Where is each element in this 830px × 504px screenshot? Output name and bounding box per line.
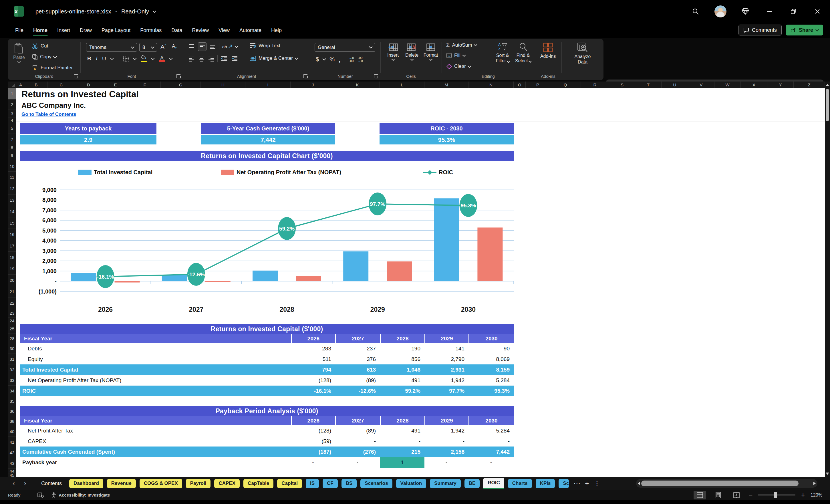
roic-table-header-2027[interactable]: 2027 [335, 334, 380, 343]
roic-table-cell-2030[interactable]: 8,069 [469, 354, 514, 365]
zoom-slider[interactable] [758, 495, 795, 496]
roic-table-cell-2026[interactable]: 283 [291, 343, 335, 354]
row-header-4[interactable]: 4 [8, 118, 16, 123]
status-accessibility[interactable]: Accessibility: Investigate [59, 493, 110, 497]
payback-table-header-2027[interactable]: 2027 [335, 416, 380, 426]
payback-table-cell-2028[interactable]: 1 [380, 457, 424, 468]
page-layout-view-button[interactable] [712, 491, 725, 499]
roic-table-row-label[interactable]: Total Invested Capital [20, 365, 291, 375]
payback-table-cell-2028[interactable]: - [380, 436, 424, 446]
file-mode[interactable]: Read-Only [121, 8, 149, 15]
sheet-tab-sc[interactable]: Sc [558, 479, 569, 488]
column-header-J[interactable]: J [291, 82, 335, 88]
add-ins-button[interactable]: Add-ins [538, 42, 558, 59]
sheet-tab-capex[interactable]: CAPEX [214, 479, 240, 488]
close-button[interactable] [812, 6, 823, 17]
borders-button[interactable] [123, 56, 129, 62]
column-header-I[interactable]: I [246, 82, 291, 88]
orientation-chevron-icon[interactable] [234, 44, 238, 48]
roic-table-header-2029[interactable]: 2029 [424, 334, 469, 343]
roic-table-cell-2030[interactable]: 95.3% [469, 385, 514, 396]
sheet-tab-scenarios[interactable]: Scenarios [360, 479, 392, 488]
row-header-1[interactable]: 1 [8, 88, 16, 99]
roic-table-cell-2026[interactable]: (128) [291, 375, 335, 385]
zoom-level[interactable]: 120% [810, 493, 824, 498]
column-header-V[interactable]: V [688, 82, 714, 88]
column-header-P[interactable]: P [526, 82, 550, 88]
horizontal-scroll-thumb[interactable] [641, 480, 799, 486]
payback-table-header-label[interactable]: Fiscal Year [20, 416, 291, 426]
row-header-19[interactable]: 19 [8, 263, 16, 275]
bar-2027-tic[interactable] [162, 275, 187, 281]
bar-2026-tic[interactable] [71, 273, 96, 281]
bar-2029-nopat[interactable] [387, 261, 412, 281]
premium-diamond-icon[interactable] [740, 6, 751, 17]
payback-table-cell-2027[interactable]: - [335, 436, 380, 446]
roic-table-cell-2029[interactable]: 2,790 [424, 354, 469, 365]
sheet-tab-summary[interactable]: Summary [430, 479, 460, 488]
roic-table-cell-2027[interactable]: 237 [335, 343, 380, 354]
underline-button[interactable]: U [102, 56, 106, 62]
row-header-20[interactable]: 20 [8, 275, 16, 286]
align-right-button[interactable] [208, 55, 215, 62]
italic-button[interactable]: I [96, 56, 98, 62]
payback-table-cell-2026[interactable]: (187) [291, 446, 335, 457]
roic-table-header-2030[interactable]: 2030 [469, 334, 514, 343]
delete-cells-button[interactable]: Delete [403, 43, 420, 60]
scroll-up-arrow[interactable] [826, 84, 829, 86]
roic-table-cell-2027[interactable]: (89) [335, 375, 380, 385]
minimize-button[interactable] [764, 6, 774, 17]
menu-view[interactable]: View [214, 25, 234, 36]
sheet-tab-charts[interactable]: Charts [508, 479, 532, 488]
alignment-dialog-launcher[interactable] [304, 74, 308, 78]
row-header-24[interactable]: 24 [8, 317, 16, 324]
sheet-tab-captable[interactable]: CapTable [244, 479, 274, 488]
font-size-select[interactable]: 8 [139, 43, 157, 52]
roic-chart[interactable]: 9,0008,0007,0006,0005,0004,0003,0002,000… [33, 183, 517, 320]
roic-table-header-2028[interactable]: 2028 [380, 334, 424, 343]
menu-insert[interactable]: Insert [52, 25, 75, 36]
column-header-H[interactable]: H [201, 82, 246, 88]
sheet-tab-bs[interactable]: BS [342, 479, 357, 488]
restore-button[interactable] [788, 6, 799, 17]
search-icon[interactable] [691, 6, 701, 17]
horizontal-scrollbar[interactable] [636, 479, 818, 488]
roic-table-cell-2030[interactable]: 5,284 [469, 375, 514, 385]
menu-home[interactable]: Home [28, 25, 52, 36]
row-header-45[interactable]: 45 [8, 473, 16, 477]
row-header-14[interactable]: 14 [8, 206, 16, 217]
roic-table-cell-2027[interactable]: 613 [335, 365, 380, 375]
column-header-C[interactable]: C [47, 82, 75, 88]
menu-file[interactable]: File [10, 25, 28, 36]
column-header-L[interactable]: L [380, 82, 424, 88]
kpi-label-roic[interactable]: ROIC - 2030 [380, 123, 514, 134]
row-header-10[interactable]: 10 [8, 161, 16, 171]
account-avatar[interactable] [714, 5, 727, 18]
find-select-button[interactable]: Find &Select [514, 42, 533, 63]
scroll-right-arrow[interactable] [813, 482, 816, 485]
sheet-tab-valuation[interactable]: Valuation [396, 479, 426, 488]
borders-chevron-icon[interactable] [133, 56, 137, 60]
macro-record-icon[interactable] [37, 492, 44, 498]
row-header-33[interactable]: 33 [8, 375, 16, 385]
row-header-36[interactable]: 36 [8, 406, 16, 416]
row-header-40[interactable]: 40 [8, 426, 16, 437]
sheet-tab-dashboard[interactable]: Dashboard [69, 479, 103, 488]
column-header-F[interactable]: F [129, 82, 161, 88]
sheet-tab-kpis[interactable]: KPIs [536, 479, 555, 488]
row-header-22[interactable]: 22 [8, 297, 16, 309]
payback-table-cell-2026[interactable]: (59) [291, 436, 335, 446]
font-color-chevron-icon[interactable] [169, 56, 173, 60]
comments-button[interactable]: Comments [738, 25, 782, 35]
column-header-X[interactable]: X [741, 82, 767, 88]
payback-table-cell-2028[interactable]: 215 [380, 446, 424, 457]
payback-table-header-2030[interactable]: 2030 [469, 416, 514, 426]
share-button[interactable]: Share [786, 25, 823, 35]
menu-formulas[interactable]: Formulas [135, 25, 166, 36]
roic-table-header-label[interactable]: Fiscal Year [20, 334, 291, 343]
payback-table-cell-2030[interactable]: - [469, 436, 514, 446]
row-header-18[interactable]: 18 [8, 252, 16, 263]
column-header-Q[interactable]: Q [550, 82, 581, 88]
sheet-tab-be[interactable]: BE [465, 479, 480, 488]
roic-table-row-label[interactable]: Equity [20, 354, 291, 365]
